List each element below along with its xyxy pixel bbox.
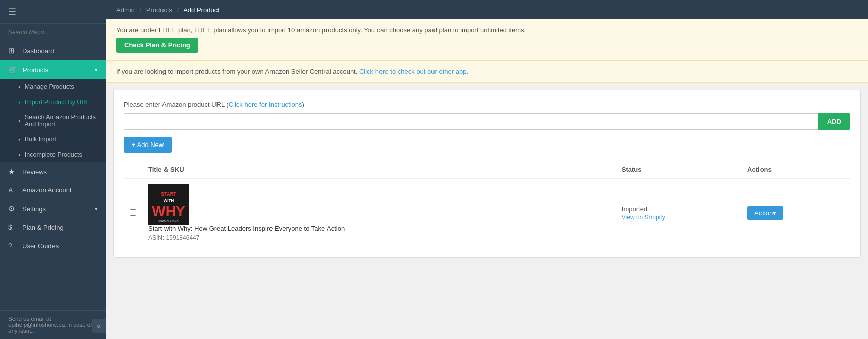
url-input-row: ADD <box>124 113 850 130</box>
add-product-box: Please enter Amazon product URL (Click h… <box>113 90 861 258</box>
check-plan-pricing-button[interactable]: Check Plan & Pricing <box>116 38 198 53</box>
svg-text:SIMON SINEK: SIMON SINEK <box>158 219 179 222</box>
url-input-section: Please enter Amazon product URL (Click h… <box>124 101 850 130</box>
sidebar-sub-import-by-url[interactable]: ● Import Product By URL <box>0 94 106 110</box>
star-icon: ★ <box>8 167 17 176</box>
sidebar-sub-incomplete-products[interactable]: ● Incomplete Products <box>0 147 106 162</box>
sidebar-item-label: Dashboard <box>22 47 55 55</box>
action-button[interactable]: Action▾ <box>747 206 783 220</box>
sidebar-sub-search-amazon[interactable]: ● Search Amazon Products And Import <box>0 110 106 132</box>
url-label: Please enter Amazon product URL (Click h… <box>124 101 850 108</box>
free-plan-message: You are under FREE plan, FREE plan allow… <box>116 26 526 34</box>
breadcrumb-products[interactable]: Products <box>146 6 172 14</box>
sidebar-item-amazon-account[interactable]: A Amazon Account <box>0 181 106 199</box>
dot-icon: ● <box>18 137 21 142</box>
sidebar-item-label: Products <box>23 66 48 74</box>
sidebar-item-user-guides[interactable]: ? User Guides <box>0 236 106 255</box>
sidebar-sub-bulk-import[interactable]: ● Bulk Import <box>0 132 106 147</box>
col-status: Status <box>616 161 741 179</box>
sidebar-item-reviews[interactable]: ★ Reviews <box>0 162 106 181</box>
dot-icon: ● <box>18 85 21 89</box>
product-status-cell: Imported View on Shopify <box>616 179 741 247</box>
topbar: Admin / Products / Add Product <box>106 0 868 19</box>
svg-text:WITH: WITH <box>164 198 174 203</box>
cart-icon: 🛒 <box>8 65 18 74</box>
sidebar-item-label: Settings <box>22 205 46 213</box>
content-area: You are under FREE plan, FREE plan allow… <box>106 19 868 339</box>
product-info-cell: START WITH WHY SIMON SINEK <box>142 179 616 247</box>
product-actions-cell: Action▾ <box>741 179 850 247</box>
question-icon: ? <box>8 241 17 250</box>
amazon-icon: A <box>8 186 17 194</box>
row-checkbox-cell <box>124 179 142 247</box>
sidebar-search-menu: Search Menu... <box>0 24 106 41</box>
dot-icon: ● <box>18 119 21 123</box>
chevron-down-icon: ▾ <box>95 67 98 73</box>
chevron-down-icon: ▾ <box>95 206 98 212</box>
breadcrumb-sep2: / <box>177 6 179 14</box>
view-on-shopify-link[interactable]: View on Shopify <box>622 214 735 221</box>
dashboard-icon: ⊞ <box>8 46 17 55</box>
hamburger-icon: ☰ <box>8 7 16 17</box>
sidebar-item-plan-pricing[interactable]: $ Plan & Pricing <box>0 218 106 236</box>
table-row: START WITH WHY SIMON SINEK <box>124 179 850 247</box>
products-table: Title & SKU Status Actions <box>124 161 850 247</box>
sidebar-item-label: Plan & Pricing <box>22 224 64 231</box>
sidebar-item-products[interactable]: 🛒 Products ▾ <box>0 60 106 79</box>
dollar-icon: $ <box>8 223 17 231</box>
breadcrumb-current: Add Product <box>183 6 220 14</box>
add-new-button[interactable]: + Add New <box>124 137 172 153</box>
sidebar-item-label: User Guides <box>22 242 59 250</box>
breadcrumb-sep1: / <box>139 6 141 14</box>
col-title-sku: Title & SKU <box>142 161 616 179</box>
hamburger-menu[interactable]: ☰ <box>0 0 106 24</box>
breadcrumb: Admin / Products / Add Product <box>116 6 220 14</box>
product-asin: ASIN: 1591846447 <box>148 234 610 241</box>
sidebar-item-label: Reviews <box>22 168 47 176</box>
seller-central-alert: If you are looking to import products fr… <box>106 60 868 83</box>
products-submenu: ● Manage Products ● Import Product By UR… <box>0 79 106 162</box>
free-plan-alert: You are under FREE plan, FREE plan allow… <box>106 19 868 60</box>
svg-text:WHY: WHY <box>152 203 185 219</box>
gear-icon: ⚙ <box>8 204 17 213</box>
product-details: Start with Why: How Great Leaders Inspir… <box>148 225 610 241</box>
col-actions: Actions <box>741 161 850 179</box>
instructions-link[interactable]: Click here for instructions <box>229 101 302 108</box>
table-body: START WITH WHY SIMON SINEK <box>124 179 850 247</box>
breadcrumb-admin[interactable]: Admin <box>116 6 135 14</box>
col-checkbox <box>124 161 142 179</box>
sidebar-item-label: Amazon Account <box>22 186 72 194</box>
product-status: Imported <box>622 205 735 213</box>
sidebar-item-settings[interactable]: ⚙ Settings ▾ <box>0 199 106 218</box>
product-image: START WITH WHY SIMON SINEK <box>148 184 189 225</box>
seller-central-message: If you are looking to import products fr… <box>116 68 359 75</box>
row-checkbox[interactable] <box>130 209 136 216</box>
product-title: Start with Why: How Great Leaders Inspir… <box>148 225 610 232</box>
table-header: Title & SKU Status Actions <box>124 161 850 179</box>
add-url-button[interactable]: ADD <box>818 113 850 130</box>
seller-central-link[interactable]: Click here to check out our other app. <box>359 68 468 75</box>
sidebar-item-dashboard[interactable]: ⊞ Dashboard <box>0 41 106 60</box>
sidebar: ☰ Search Menu... ⊞ Dashboard 🛒 Products … <box>0 0 106 339</box>
svg-text:START: START <box>161 191 176 197</box>
main-content: Admin / Products / Add Product You are u… <box>106 0 868 339</box>
amazon-url-input[interactable] <box>124 113 818 130</box>
sidebar-footer-text: Send us email at epihelp@infoshore.biz i… <box>0 310 106 339</box>
dot-icon: ● <box>18 100 21 105</box>
dot-icon: ● <box>18 153 21 157</box>
sidebar-collapse-button[interactable]: « <box>92 319 106 333</box>
sidebar-sub-manage-products[interactable]: ● Manage Products <box>0 79 106 94</box>
